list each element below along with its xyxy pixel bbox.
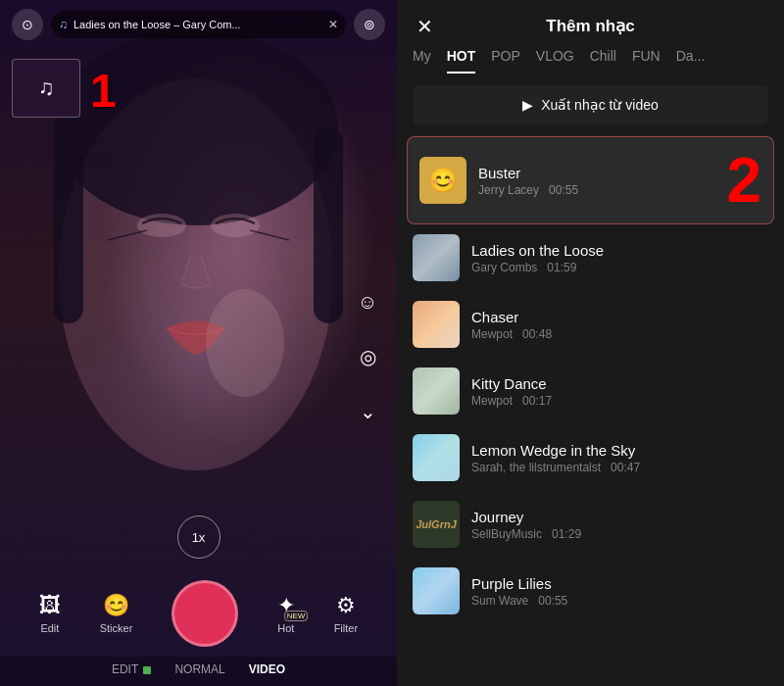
video-mode[interactable]: VIDEO bbox=[249, 662, 285, 676]
edit-icon: 🖼 bbox=[39, 593, 61, 618]
music-tabs: My HOT POP VLOG Chill FUN Da... bbox=[397, 36, 784, 74]
record-button[interactable] bbox=[172, 580, 238, 647]
panel-title: Thêm nhạc bbox=[546, 16, 634, 36]
song-meta-lemon: Sarah, the lilstrumentalst 00:47 bbox=[471, 461, 768, 474]
tab-my[interactable]: My bbox=[413, 48, 431, 74]
edit-mode[interactable]: EDIT bbox=[112, 662, 151, 676]
close-panel-button[interactable]: ✕ bbox=[416, 15, 433, 38]
song-info-buster: Buster Jerry Lacey 00:55 bbox=[478, 165, 707, 197]
song-item-chaser[interactable]: Chaser Mewpot 00:48 bbox=[397, 291, 784, 358]
sticker-icon: 😊 bbox=[103, 593, 129, 618]
edit-control[interactable]: 🖼 Edit bbox=[39, 593, 61, 634]
song-item-journey[interactable]: JulGrnJ Journey SellBuyMusic 01:29 bbox=[397, 491, 784, 558]
camera-right-icons: ☺ ◎ ⌄ bbox=[350, 284, 385, 429]
song-name-kitty: Kitty Dance bbox=[471, 375, 768, 392]
song-item-ladies[interactable]: Ladies on the Loose Gary Combs 01:59 bbox=[397, 224, 784, 291]
song-name-chaser: Chaser bbox=[471, 309, 768, 325]
tab-da[interactable]: Da... bbox=[676, 48, 706, 74]
music-thumb-note-icon: ♫ bbox=[38, 75, 55, 101]
filter-label: Filter bbox=[334, 622, 358, 634]
close-music-icon[interactable]: ✕ bbox=[328, 18, 338, 31]
song-thumb-purple bbox=[413, 567, 460, 614]
song-name-purple: Purple Lilies bbox=[471, 575, 768, 592]
song-info-purple: Purple Lilies Sum Wave 00:55 bbox=[471, 575, 768, 608]
sticker-control[interactable]: 😊 Sticker bbox=[100, 593, 133, 634]
label-2: 2 bbox=[726, 149, 761, 212]
song-info-journey: Journey SellBuyMusic 01:29 bbox=[471, 509, 768, 541]
music-pill[interactable]: ♫ Ladies on the Loose – Gary Com... ✕ bbox=[51, 11, 346, 38]
export-button[interactable]: ▶ Xuất nhạc từ video bbox=[413, 85, 768, 124]
smile-icon[interactable]: ☺ bbox=[350, 284, 385, 319]
speed-value: 1x bbox=[192, 530, 206, 545]
song-meta-chaser: Mewpot 00:48 bbox=[471, 327, 768, 341]
camera-flip-icon[interactable]: ⊚ bbox=[354, 9, 385, 40]
song-info-kitty: Kitty Dance Mewpot 00:17 bbox=[471, 375, 768, 408]
tab-pop[interactable]: POP bbox=[491, 48, 520, 74]
song-meta-journey: SellBuyMusic 01:29 bbox=[471, 527, 768, 541]
music-note-icon: ♫ bbox=[59, 18, 68, 31]
chevron-down-icon[interactable]: ⌄ bbox=[350, 394, 385, 429]
tab-vlog[interactable]: VLOG bbox=[536, 48, 574, 74]
mode-bar: EDIT NORMAL VIDEO bbox=[0, 657, 397, 686]
song-meta-kitty: Mewpot 00:17 bbox=[471, 394, 768, 408]
song-item-kitty[interactable]: Kitty Dance Mewpot 00:17 bbox=[397, 358, 784, 424]
song-thumb-ladies bbox=[413, 234, 460, 281]
song-list: 😊 Buster Jerry Lacey 00:55 2 Ladies on t… bbox=[397, 136, 784, 686]
export-icon: ▶ bbox=[522, 97, 533, 113]
song-name-journey: Journey bbox=[471, 509, 768, 525]
tab-fun[interactable]: FUN bbox=[632, 48, 661, 74]
song-item-purple[interactable]: Purple Lilies Sum Wave 00:55 bbox=[397, 558, 784, 624]
camera-top-bar: ⊙ ♫ Ladies on the Loose – Gary Com... ✕ … bbox=[0, 0, 397, 49]
sticker-label: Sticker bbox=[100, 622, 133, 634]
music-title: Ladies on the Loose – Gary Com... bbox=[74, 19, 322, 30]
camera-bottom: 🖼 Edit 😊 Sticker ✦ HotNEW ⚙ Filter EDIT … bbox=[0, 572, 397, 686]
song-info-ladies: Ladies on the Loose Gary Combs 01:59 bbox=[471, 242, 768, 274]
song-item-lemon[interactable]: Lemon Wedge in the Sky Sarah, the lilstr… bbox=[397, 424, 784, 491]
song-thumb-lemon bbox=[413, 434, 460, 481]
music-thumbnail[interactable]: ♫ bbox=[12, 59, 80, 118]
song-info-lemon: Lemon Wedge in the Sky Sarah, the lilstr… bbox=[471, 442, 768, 474]
hot-label: HotNEW bbox=[277, 622, 294, 634]
song-thumb-buster: 😊 bbox=[419, 157, 466, 204]
camera-panel: ⊙ ♫ Ladies on the Loose – Gary Com... ✕ … bbox=[0, 0, 397, 686]
song-name-buster: Buster bbox=[478, 165, 707, 181]
menu-icon[interactable]: ⊙ bbox=[12, 9, 43, 40]
song-meta-ladies: Gary Combs 01:59 bbox=[471, 261, 768, 274]
filter-control[interactable]: ⚙ Filter bbox=[334, 593, 358, 634]
speed-indicator[interactable]: 1x bbox=[177, 515, 220, 559]
export-label: Xuất nhạc từ video bbox=[541, 97, 659, 113]
song-item-buster[interactable]: 😊 Buster Jerry Lacey 00:55 2 bbox=[407, 136, 774, 224]
music-panel: ✕ Thêm nhạc My HOT POP VLOG Chill FUN Da… bbox=[397, 0, 784, 686]
tab-hot[interactable]: HOT bbox=[447, 48, 476, 74]
normal-mode[interactable]: NORMAL bbox=[174, 662, 224, 676]
hot-control[interactable]: ✦ HotNEW bbox=[277, 593, 295, 634]
song-meta-purple: Sum Wave 00:55 bbox=[471, 594, 768, 608]
music-header: ✕ Thêm nhạc bbox=[397, 0, 784, 36]
edit-label: Edit bbox=[40, 622, 59, 634]
timer-icon[interactable]: ◎ bbox=[350, 339, 385, 374]
song-name-ladies: Ladies on the Loose bbox=[471, 242, 768, 259]
label-1: 1 bbox=[90, 64, 117, 118]
song-meta-buster: Jerry Lacey 00:55 bbox=[478, 183, 707, 197]
song-thumb-chaser bbox=[413, 301, 460, 348]
song-thumb-journey: JulGrnJ bbox=[413, 501, 460, 548]
tab-chill[interactable]: Chill bbox=[590, 48, 616, 74]
filter-icon: ⚙ bbox=[336, 593, 356, 618]
song-thumb-kitty bbox=[413, 368, 460, 415]
camera-controls-row: 🖼 Edit 😊 Sticker ✦ HotNEW ⚙ Filter bbox=[0, 572, 397, 657]
song-name-lemon: Lemon Wedge in the Sky bbox=[471, 442, 768, 459]
record-control[interactable] bbox=[172, 580, 238, 647]
song-info-chaser: Chaser Mewpot 00:48 bbox=[471, 309, 768, 341]
